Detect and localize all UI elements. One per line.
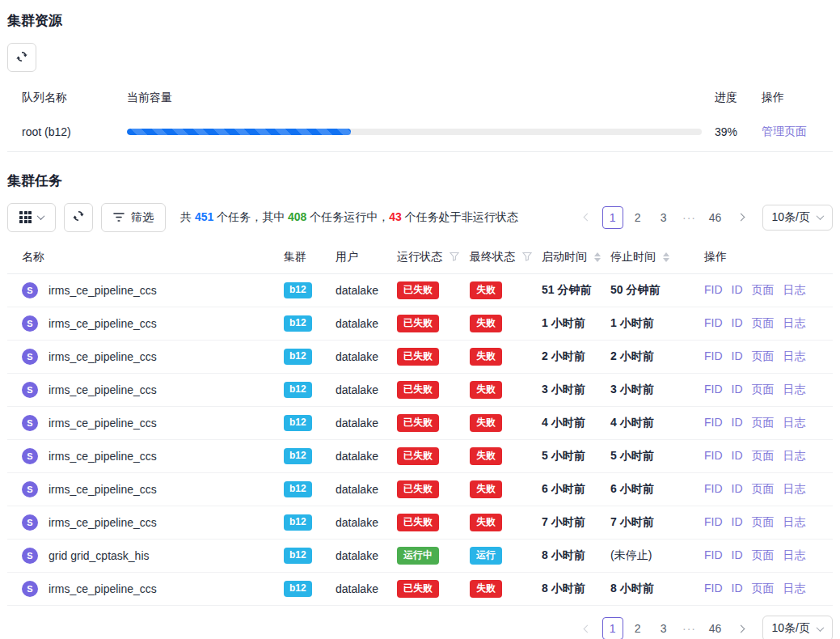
col-header-action: 操作 — [755, 83, 833, 112]
action-link-page[interactable]: 页面 — [752, 515, 775, 528]
task-name: irms_ce_pipeline_ccs — [49, 284, 157, 297]
start-time: 6 小时前 — [542, 482, 585, 495]
start-time: 7 小时前 — [542, 515, 585, 528]
task-name: irms_ce_pipeline_ccs — [49, 417, 157, 430]
cluster-badge: b12 — [284, 382, 312, 398]
action-link-fid[interactable]: FID — [704, 283, 723, 296]
action-link-fid[interactable]: FID — [704, 316, 723, 329]
page-button-1[interactable]: 1 — [602, 206, 623, 229]
prev-page-button[interactable] — [576, 617, 599, 639]
action-link-id[interactable]: ID — [732, 482, 743, 495]
table-row: S irms_ce_pipeline_ccs b12 datalake 已失败 … — [7, 274, 833, 307]
action-link-page[interactable]: 页面 — [752, 449, 775, 462]
next-page-button[interactable] — [730, 617, 753, 639]
sort-icon[interactable] — [663, 252, 669, 262]
action-link-fid[interactable]: FID — [704, 582, 723, 595]
page-button-2[interactable]: 2 — [627, 206, 649, 229]
layout-dropdown-button[interactable] — [7, 203, 56, 232]
action-link-log[interactable]: 日志 — [783, 383, 806, 396]
page-ellipsis[interactable]: ··· — [678, 206, 701, 229]
start-time: 4 小时前 — [542, 416, 585, 429]
action-link-fid[interactable]: FID — [704, 449, 723, 462]
pagination-top: 1 2 3 ··· 46 10条/页 — [573, 205, 833, 231]
action-link-page[interactable]: 页面 — [752, 582, 775, 595]
action-link-page[interactable]: 页面 — [752, 548, 775, 561]
page-ellipsis[interactable]: ··· — [678, 617, 701, 639]
action-link-page[interactable]: 页面 — [752, 283, 775, 296]
start-time: 3 小时前 — [542, 383, 585, 396]
action-link-id[interactable]: ID — [732, 449, 743, 462]
action-link-fid[interactable]: FID — [704, 548, 723, 561]
action-link-page[interactable]: 页面 — [752, 383, 775, 396]
action-link-log[interactable]: 日志 — [783, 349, 806, 362]
filter-funnel-icon[interactable] — [522, 251, 532, 264]
action-link-log[interactable]: 日志 — [783, 515, 806, 528]
resources-refresh-button[interactable] — [7, 43, 36, 72]
action-link-log[interactable]: 日志 — [783, 316, 806, 329]
task-name: irms_ce_pipeline_ccs — [49, 350, 157, 363]
action-link-page[interactable]: 页面 — [752, 482, 775, 495]
action-link-fid[interactable]: FID — [704, 383, 723, 396]
action-link-fid[interactable]: FID — [704, 482, 723, 495]
action-link-fid[interactable]: FID — [704, 416, 723, 429]
cluster-badge: b12 — [284, 315, 312, 332]
action-link-log[interactable]: 日志 — [783, 283, 806, 296]
final-status-badge: 失败 — [470, 580, 502, 598]
next-page-button[interactable] — [730, 206, 753, 229]
summary-text: 共 — [180, 210, 195, 223]
col-header-action: 操作 — [698, 242, 833, 274]
action-link-fid[interactable]: FID — [704, 349, 723, 362]
page-size-select[interactable]: 10条/页 — [762, 616, 833, 639]
cluster-badge: b12 — [284, 282, 312, 298]
page-button-46[interactable]: 46 — [704, 617, 727, 639]
action-link-page[interactable]: 页面 — [752, 349, 775, 362]
manage-page-link[interactable]: 管理页面 — [762, 125, 807, 138]
action-link-id[interactable]: ID — [732, 349, 743, 362]
page-button-3[interactable]: 3 — [652, 617, 675, 639]
final-status-badge: 失败 — [470, 315, 502, 332]
action-link-id[interactable]: ID — [732, 316, 743, 329]
filter-button[interactable]: 筛选 — [101, 203, 166, 232]
stop-time: 8 小时前 — [610, 582, 654, 595]
action-link-fid[interactable]: FID — [704, 515, 723, 528]
summary-text: 个任务运行中， — [306, 210, 389, 223]
page-button-46[interactable]: 46 — [704, 206, 727, 229]
filter-lines-icon — [113, 211, 125, 224]
page-button-3[interactable]: 3 — [652, 206, 675, 229]
chevron-left-icon — [584, 624, 592, 633]
col-header-cluster: 集群 — [277, 242, 329, 274]
action-link-page[interactable]: 页面 — [752, 316, 775, 329]
chevron-down-icon — [817, 212, 825, 220]
tasks-refresh-button[interactable] — [64, 203, 93, 232]
action-link-id[interactable]: ID — [732, 515, 743, 528]
action-link-log[interactable]: 日志 — [783, 482, 806, 495]
action-link-id[interactable]: ID — [732, 416, 743, 429]
sort-icon[interactable] — [594, 252, 601, 262]
avatar: S — [22, 349, 38, 365]
final-status-badge: 失败 — [470, 447, 502, 465]
action-link-log[interactable]: 日志 — [783, 582, 806, 595]
start-time: 5 小时前 — [542, 449, 585, 462]
summary-text: 个任务，其中 — [213, 210, 288, 223]
task-name: irms_ce_pipeline_ccs — [49, 483, 157, 496]
user-name: datalake — [336, 516, 378, 529]
avatar: S — [22, 415, 38, 431]
action-link-page[interactable]: 页面 — [752, 416, 775, 429]
pagination-bottom: 1 2 3 ··· 46 10条/页 — [573, 616, 833, 639]
action-link-log[interactable]: 日志 — [783, 548, 806, 561]
row-actions: FIDID页面日志 — [698, 473, 833, 506]
user-name: datalake — [336, 417, 378, 430]
action-link-id[interactable]: ID — [732, 548, 743, 561]
page-button-1[interactable]: 1 — [602, 617, 623, 639]
action-link-id[interactable]: ID — [732, 582, 743, 595]
action-link-id[interactable]: ID — [732, 283, 743, 296]
action-link-log[interactable]: 日志 — [783, 416, 806, 429]
action-link-log[interactable]: 日志 — [783, 449, 806, 462]
action-link-id[interactable]: ID — [732, 383, 743, 396]
prev-page-button[interactable] — [576, 206, 599, 229]
avatar: S — [22, 382, 38, 398]
page-size-select[interactable]: 10条/页 — [762, 205, 833, 231]
page-button-2[interactable]: 2 — [627, 617, 649, 639]
filter-funnel-icon[interactable] — [450, 251, 459, 264]
start-time: 8 小时前 — [542, 582, 585, 595]
